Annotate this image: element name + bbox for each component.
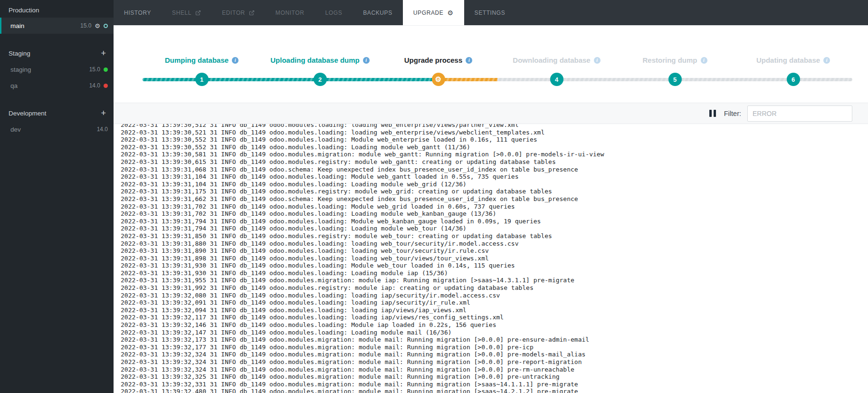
step-title-text: Dumping database [165, 56, 229, 64]
branch-status-icon [104, 84, 108, 88]
tab-settings[interactable]: SETTINGS [464, 0, 516, 25]
step-title-6: Updating databasei [756, 56, 830, 64]
sidebar-section: Staging+staging15.0qa14.0 [0, 45, 114, 94]
log-line: 2022-03-31 13:39:32,331 31 INFO db_1149 … [121, 381, 868, 388]
info-icon[interactable]: i [701, 57, 707, 64]
sidebar-item-main[interactable]: main15.0⚙ [0, 18, 114, 34]
add-branch-button[interactable]: + [100, 109, 107, 117]
tab-backups[interactable]: BACKUPS [353, 0, 403, 25]
branch-version: 14.0 [89, 82, 100, 89]
log-line: 2022-03-31 13:39:31,930 31 INFO db_1149 … [121, 269, 868, 277]
log-line: 2022-03-31 13:39:31,890 31 INFO db_1149 … [121, 247, 868, 255]
step-title-5: Restoring dumpi [643, 56, 707, 64]
log-line: 2022-03-31 13:39:32,177 31 INFO db_1149 … [121, 344, 868, 351]
tab-shell[interactable]: SHELL [162, 0, 211, 25]
step-title-3: Upgrade processi [404, 56, 473, 64]
branch-name: dev [10, 126, 21, 133]
log-line: 2022-03-31 13:39:30,521 31 INFO db_1149 … [121, 129, 868, 136]
step-title-cell: Upgrade processi [379, 56, 497, 64]
branch-status-icon [104, 24, 108, 28]
tab-upgrade[interactable]: UPGRADE⚙ [403, 0, 464, 25]
log-line: 2022-03-31 13:39:32,146 31 INFO db_1149 … [121, 321, 868, 329]
pause-icon[interactable] [707, 108, 718, 119]
log-line: 2022-03-31 13:39:32,091 31 INFO db_1149 … [121, 299, 868, 307]
external-link-icon [195, 10, 201, 16]
sidebar: Productionmain15.0⚙Staging+staging15.0qa… [0, 0, 114, 393]
add-branch-button[interactable]: + [100, 49, 107, 58]
main-content: HISTORYSHELLEDITORMONITORLOGSBACKUPSUPGR… [114, 0, 868, 393]
gear-icon: ⚙ [447, 9, 453, 17]
log-line: 2022-03-31 13:39:30,615 31 INFO db_1149 … [121, 158, 868, 166]
log-line: 2022-03-31 13:39:32,325 31 INFO db_1149 … [121, 373, 868, 381]
log-line: 2022-03-31 13:39:32,480 31 INFO db_1149 … [121, 388, 868, 393]
sidebar-section-header: Staging+ [0, 45, 114, 61]
progress-track-stripes [143, 78, 852, 81]
log-line: 2022-03-31 13:39:31,662 31 INFO db_1149 … [121, 195, 868, 203]
log-line: 2022-03-31 13:39:31,880 31 INFO db_1149 … [121, 240, 868, 248]
step-circle-5: 5 [668, 73, 682, 86]
step-title-text: Downloading database [513, 56, 590, 64]
branch-name: main [10, 22, 24, 29]
branch-version: 14.0 [97, 126, 108, 133]
topnav: HISTORYSHELLEDITORMONITORLOGSBACKUPSUPGR… [114, 0, 868, 25]
sidebar-section: Development+dev14.0 [0, 105, 114, 137]
sidebar-item-qa[interactable]: qa14.0 [0, 77, 114, 94]
tab-label: MONITOR [276, 10, 305, 16]
info-icon[interactable]: i [466, 57, 472, 64]
branch-name: staging [10, 66, 31, 73]
branch-meta: 14.0 [97, 126, 108, 133]
log-line: 2022-03-31 13:39:32,324 31 INFO db_1149 … [121, 351, 868, 358]
branch-status-icon [104, 67, 108, 72]
progress-track [143, 78, 852, 81]
branch-meta: 15.0⚙ [80, 22, 108, 29]
sidebar-item-staging[interactable]: staging15.0 [0, 61, 114, 77]
log-line: 2022-03-31 13:39:32,324 31 INFO db_1149 … [121, 366, 868, 374]
log-line: 2022-03-31 13:39:31,992 31 INFO db_1149 … [121, 284, 868, 292]
info-icon[interactable]: i [232, 57, 238, 64]
tab-label: HISTORY [124, 10, 151, 16]
log-line: 2022-03-31 13:39:31,068 31 INFO db_1149 … [121, 166, 868, 173]
sidebar-section-title: Production [9, 7, 39, 14]
step-circles: 12⚙456 [143, 73, 852, 86]
tab-label: UPGRADE [413, 10, 444, 16]
sidebar-section-header: Development+ [0, 105, 114, 121]
step-title-cell: Uploading database dumpi [261, 56, 379, 64]
branch-version: 15.0 [89, 66, 100, 73]
tab-label: BACKUPS [363, 10, 392, 16]
step-title-cell: Downloading databasei [497, 56, 616, 64]
external-link-icon [249, 10, 255, 16]
step-title-1: Dumping databasei [165, 56, 238, 64]
tab-label: EDITOR [222, 10, 245, 16]
log-line: 2022-03-31 13:39:31,702 31 INFO db_1149 … [121, 210, 868, 218]
log-line: 2022-03-31 13:39:32,324 31 INFO db_1149 … [121, 358, 868, 366]
log-line: 2022-03-31 13:39:31,850 31 INFO db_1149 … [121, 232, 868, 240]
filter-input[interactable] [747, 105, 852, 122]
log-line: 2022-03-31 13:39:31,104 31 INFO db_1149 … [121, 173, 868, 181]
branch-meta: 15.0 [89, 66, 108, 73]
info-icon[interactable]: i [363, 57, 370, 64]
step-title-text: Upgrade process [404, 56, 463, 64]
step-circle-2: 2 [314, 73, 327, 86]
log-line: 2022-03-31 13:39:31,104 31 INFO db_1149 … [121, 181, 868, 188]
tab-label: LOGS [325, 10, 343, 16]
log-line: 2022-03-31 13:39:32,117 31 INFO db_1149 … [121, 314, 868, 321]
log-line: 2022-03-31 13:39:30,552 31 INFO db_1149 … [121, 144, 868, 151]
step-circle-6: 6 [787, 73, 800, 86]
tab-history[interactable]: HISTORY [114, 0, 162, 25]
step-title-cell: Restoring dumpi [616, 56, 734, 64]
tab-label: SHELL [172, 10, 191, 16]
log-line: 2022-03-31 13:39:32,173 31 INFO db_1149 … [121, 336, 868, 344]
tab-logs[interactable]: LOGS [315, 0, 353, 25]
info-icon[interactable]: i [823, 57, 830, 64]
tab-monitor[interactable]: MONITOR [265, 0, 315, 25]
step-title-cell: Updating databasei [734, 56, 852, 64]
tab-editor[interactable]: EDITOR [211, 0, 265, 25]
app: Productionmain15.0⚙Staging+staging15.0qa… [0, 0, 868, 393]
branch-settings-icon[interactable]: ⚙ [95, 22, 100, 29]
sidebar-section-header: Production [0, 3, 114, 18]
sidebar-item-dev[interactable]: dev14.0 [0, 121, 114, 137]
tab-label: SETTINGS [475, 10, 506, 16]
log-line: 2022-03-31 13:39:31,794 31 INFO db_1149 … [121, 225, 868, 232]
log-panel[interactable]: 2022-03-31 13:39:30,512 31 INFO db_1149 … [114, 124, 868, 393]
info-icon[interactable]: i [594, 57, 601, 64]
